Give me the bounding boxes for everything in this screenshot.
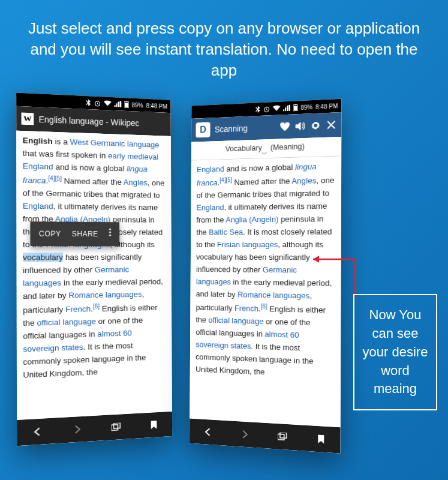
bluetooth-icon xyxy=(255,106,261,113)
vocab-word: Vocabulary xyxy=(225,143,262,154)
close-icon[interactable] xyxy=(326,121,336,130)
signal-icon xyxy=(283,105,290,112)
headline: Just select and press copy on any browse… xyxy=(0,0,448,96)
link[interactable]: French xyxy=(65,304,91,314)
link[interactable]: official language xyxy=(208,316,263,326)
link[interactable]: Frisian languages xyxy=(217,240,278,249)
link[interactable]: England xyxy=(197,164,224,174)
sound-icon[interactable] xyxy=(295,122,306,131)
battery-icon xyxy=(124,101,129,108)
alarm-icon xyxy=(94,100,101,106)
status-time: 8:48 PM xyxy=(315,103,338,110)
alarm-icon xyxy=(263,106,270,112)
svg-point-6 xyxy=(109,235,111,236)
link[interactable]: Baltic Sea xyxy=(37,227,74,236)
link[interactable]: Baltic Sea xyxy=(209,228,243,237)
meaning-label: (Meaning) xyxy=(270,142,305,152)
gear-icon[interactable] xyxy=(310,121,321,131)
bookmark-icon[interactable] xyxy=(315,434,327,444)
link[interactable]: England xyxy=(197,203,224,212)
citation[interactable]: [4][5] xyxy=(48,175,62,182)
link[interactable]: official language xyxy=(37,317,97,328)
back-icon[interactable] xyxy=(31,427,44,437)
article-body[interactable]: English is a West Germanic language that… xyxy=(16,131,172,420)
dictionary-logo-icon: D xyxy=(196,122,210,138)
wikipedia-logo-icon: W xyxy=(22,113,34,125)
svg-point-5 xyxy=(109,232,111,233)
forward-icon[interactable] xyxy=(239,430,250,439)
citation[interactable]: [4][5] xyxy=(220,177,232,184)
text: is a xyxy=(53,137,70,146)
text: Named after the xyxy=(232,177,292,187)
link[interactable]: French xyxy=(234,304,258,313)
tabs-icon[interactable] xyxy=(276,432,288,441)
back-icon[interactable] xyxy=(202,428,214,437)
svg-rect-13 xyxy=(278,434,284,440)
svg-rect-14 xyxy=(279,433,286,439)
callout-box: Now You can see your desire word meaing xyxy=(353,294,437,410)
svg-rect-8 xyxy=(113,423,120,429)
svg-rect-7 xyxy=(111,425,118,431)
phones-container: 89% 8:48 PM W English language - Wikipec… xyxy=(0,96,448,468)
svg-point-4 xyxy=(109,229,111,230)
more-icon[interactable] xyxy=(109,228,111,239)
battery-icon xyxy=(293,104,298,111)
link[interactable]: West Germanic language xyxy=(70,137,160,149)
text: that was first spoken in xyxy=(23,149,109,160)
link[interactable]: Angles xyxy=(291,176,316,186)
text: Named after the xyxy=(62,177,124,187)
text: , although its xyxy=(278,240,324,249)
forward-icon[interactable] xyxy=(71,425,83,434)
text: English xyxy=(23,136,53,146)
selected-text[interactable]: vocabulary xyxy=(23,253,63,262)
link[interactable]: England xyxy=(23,202,53,211)
link[interactable]: Romance languages xyxy=(237,290,309,300)
scanning-label: Scanning xyxy=(215,124,248,134)
svg-rect-11 xyxy=(294,104,296,106)
link[interactable]: Romance languages xyxy=(68,290,142,300)
svg-rect-3 xyxy=(125,103,128,107)
citation[interactable]: [6] xyxy=(93,303,100,310)
citation[interactable]: [6] xyxy=(261,303,267,310)
page-title: English language - Wikipec xyxy=(38,115,139,128)
status-time: 8:48 PM xyxy=(146,103,167,110)
heart-icon[interactable] xyxy=(279,122,290,131)
battery-percent: 89% xyxy=(300,104,312,111)
link[interactable]: Anglia (Angeln) xyxy=(225,215,278,224)
battery-percent: 89% xyxy=(131,101,143,109)
bookmark-icon[interactable] xyxy=(148,421,159,430)
svg-rect-2 xyxy=(125,101,127,102)
text: and is now a global xyxy=(53,163,127,173)
tabs-icon[interactable] xyxy=(110,423,122,432)
phone-left: 89% 8:48 PM W English language - Wikipec… xyxy=(16,93,172,446)
arrow-annotation xyxy=(304,253,358,301)
bluetooth-icon xyxy=(85,99,91,106)
link[interactable]: Angles xyxy=(124,178,148,188)
wifi-icon xyxy=(104,101,112,107)
text: vocabulary xyxy=(196,253,233,262)
signal-icon xyxy=(114,101,121,107)
text: and is now a global xyxy=(224,163,295,173)
svg-rect-12 xyxy=(294,106,297,111)
wifi-icon xyxy=(273,106,281,112)
